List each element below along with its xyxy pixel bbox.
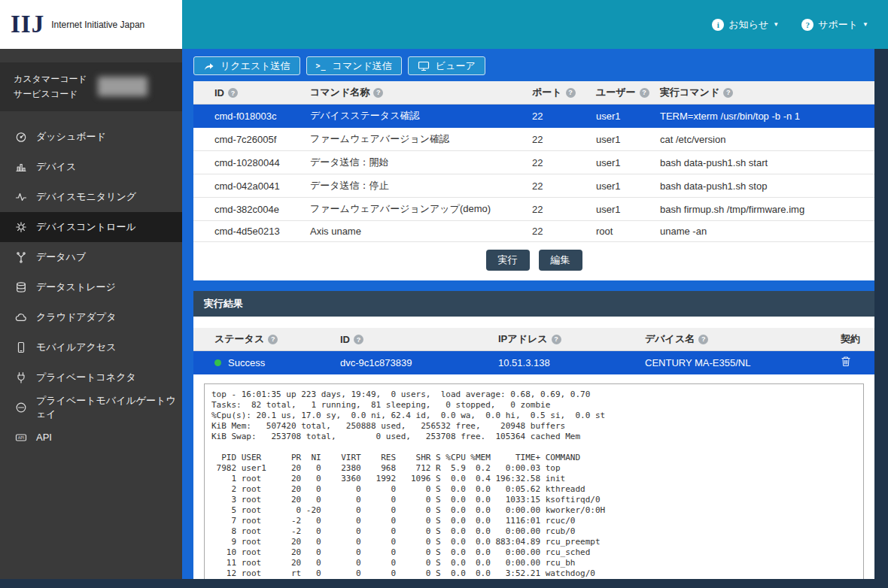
help-icon[interactable]: ? xyxy=(552,335,561,344)
chevron-down-icon: ▼ xyxy=(862,22,868,28)
data-hub-icon xyxy=(15,251,27,263)
private-mobile-gateway-icon xyxy=(15,402,27,414)
command-actions: 実行 編集 xyxy=(193,242,874,280)
sidebar-item-mobile-access[interactable]: モバイルアクセス xyxy=(0,332,182,362)
cell-id: cmd-f018003c xyxy=(193,105,303,128)
page-frame-bottom xyxy=(0,579,888,588)
help-icon[interactable]: ? xyxy=(566,88,576,98)
sidebar-item-label: データハブ xyxy=(36,250,86,264)
support-menu[interactable]: ? サポート ▼ xyxy=(801,18,868,32)
sidebar-item-dashboard[interactable]: ダッシュボード xyxy=(0,122,182,152)
cell-port: 22 xyxy=(525,198,588,221)
result-section-header: 実行結果 xyxy=(193,291,874,317)
cell-exec-command: cat /etc/version xyxy=(652,128,874,151)
cell-user: user1 xyxy=(588,198,652,221)
result-panel: ステータス? ID? IPアドレス? デバイス名? 契約 Success dvc… xyxy=(193,317,874,579)
cell-user: user1 xyxy=(588,151,652,174)
send-request-icon xyxy=(203,61,214,71)
command-table-header-row: ID? コマンド名称? ポート? ユーザー? 実行コマンド? xyxy=(193,81,874,105)
iij-logo[interactable]: IIJ Internet Initiative Japan xyxy=(0,0,182,49)
iij-logo-mark: IIJ xyxy=(11,12,44,37)
help-icon[interactable]: ? xyxy=(723,88,733,98)
device-monitoring-icon xyxy=(15,191,27,203)
column-header-status: ステータス? xyxy=(193,328,333,351)
help-icon[interactable]: ? xyxy=(640,88,649,98)
command-row[interactable]: cmd-7c26005f ファームウェアバージョン確認 22 user1 cat… xyxy=(193,128,874,151)
column-header-device-id: ID? xyxy=(333,328,491,351)
command-row[interactable]: cmd-382c004e ファームウェアバージョンアップ(demo) 22 us… xyxy=(193,198,874,221)
command-row[interactable]: cmd-042a0041 データ送信：停止 22 user1 bash data… xyxy=(193,174,874,198)
status-text: Success xyxy=(228,357,265,368)
trash-icon[interactable] xyxy=(841,358,851,369)
result-row[interactable]: Success dvc-9c1c873839 10.51.3.138 CENTU… xyxy=(193,351,874,374)
cell-port: 22 xyxy=(525,105,588,128)
execute-button[interactable]: 実行 xyxy=(486,250,530,271)
column-header-port: ポート? xyxy=(525,81,588,105)
cell-command-name: Axis uname xyxy=(303,221,525,242)
column-label: ユーザー xyxy=(596,86,636,98)
info-icon: i xyxy=(712,19,724,31)
command-send-button[interactable]: >_ コマンド送信 xyxy=(306,56,402,75)
cell-exec-command: bash data-push1.sh stop xyxy=(652,174,874,198)
sidebar-item-label: デバイス xyxy=(36,160,76,174)
iij-logo-subtitle: Internet Initiative Japan xyxy=(51,20,144,30)
help-icon[interactable]: ? xyxy=(373,88,383,98)
sidebar-item-label: デバイスモニタリング xyxy=(36,190,136,204)
sidebar-item-private-connector[interactable]: プライベートコネクタ xyxy=(0,362,182,393)
sidebar-item-data-hub[interactable]: データハブ xyxy=(0,242,182,272)
customer-code-box: カスタマーコード サービスコード xyxy=(0,62,182,111)
viewer-button[interactable]: ビューア xyxy=(408,56,485,75)
sidebar-item-device-control[interactable]: デバイスコントロール xyxy=(0,212,182,242)
mobile-access-icon xyxy=(15,341,27,353)
help-icon[interactable]: ? xyxy=(228,88,238,98)
cell-exec-command: uname -an xyxy=(652,221,874,242)
sidebar-item-label: クラウドアダプタ xyxy=(36,311,116,324)
api-icon: API xyxy=(15,432,27,444)
command-row[interactable]: cmd-f018003c デバイスステータス確認 22 user1 TERM=x… xyxy=(193,105,874,128)
column-header-id: ID? xyxy=(193,81,303,105)
column-label: ID xyxy=(214,87,224,99)
column-label: 実行コマンド xyxy=(660,86,719,98)
command-row[interactable]: cmd-10280044 データ送信：開始 22 user1 bash data… xyxy=(193,151,874,174)
sidebar-item-devices[interactable]: デバイス xyxy=(0,152,182,182)
cell-ip-address: 10.51.3.138 xyxy=(491,351,637,374)
terminal-output[interactable]: top - 16:01:35 up 223 days, 19:49, 0 use… xyxy=(204,383,864,579)
sidebar-item-data-storage[interactable]: データストレージ xyxy=(0,272,182,302)
data-storage-icon xyxy=(15,281,27,293)
sidebar-item-label: デバイスコントロール xyxy=(36,220,136,234)
sidebar-item-label: データストレージ xyxy=(36,280,116,294)
help-icon[interactable]: ? xyxy=(354,335,363,344)
column-label: コマンド名称 xyxy=(310,86,369,98)
sidebar-item-private-mobile-gateway[interactable]: プライベートモバイルゲートウェイ xyxy=(0,393,182,423)
sidebar-item-api[interactable]: API API xyxy=(0,423,182,453)
help-icon[interactable]: ? xyxy=(698,335,708,344)
column-header-contract: 契約 xyxy=(833,328,874,351)
page-frame-right xyxy=(874,49,888,588)
help-icon[interactable]: ? xyxy=(268,335,278,344)
notice-menu[interactable]: i お知らせ ▼ xyxy=(712,18,779,32)
cell-user: user1 xyxy=(588,174,652,198)
cell-id: cmd-042a0041 xyxy=(193,174,303,198)
dashboard-icon xyxy=(15,131,27,143)
column-label: IPアドレス xyxy=(498,333,548,344)
request-send-button[interactable]: リクエスト送信 xyxy=(193,56,300,75)
top-bar: IIJ Internet Initiative Japan i お知らせ ▼ ?… xyxy=(0,0,888,49)
cell-command-name: データ送信：開始 xyxy=(303,151,525,174)
cell-port: 22 xyxy=(525,174,588,198)
notice-menu-label: お知らせ xyxy=(728,18,768,32)
sidebar-item-cloud-adapter[interactable]: クラウドアダプタ xyxy=(0,302,182,332)
action-toolbar: リクエスト送信 >_ コマンド送信 ビューア xyxy=(193,56,874,75)
monitor-icon xyxy=(418,60,430,71)
request-send-label: リクエスト送信 xyxy=(220,59,290,73)
terminal-icon: >_ xyxy=(316,62,327,70)
cell-user: user1 xyxy=(588,105,652,128)
command-row[interactable]: cmd-4d5e0213 Axis uname 22 root uname -a… xyxy=(193,221,874,242)
column-label: ID xyxy=(340,334,350,345)
cell-command-name: デバイスステータス確認 xyxy=(303,105,525,128)
sidebar-item-device-monitoring[interactable]: デバイスモニタリング xyxy=(0,182,182,212)
sidebar-item-label: ダッシュボード xyxy=(36,130,106,144)
column-label: 契約 xyxy=(841,333,860,344)
main-content: リクエスト送信 >_ コマンド送信 ビューア ID? コマンド名称? ポート? xyxy=(182,49,874,579)
topbar-right: i お知らせ ▼ ? サポート ▼ xyxy=(712,0,888,49)
edit-button[interactable]: 編集 xyxy=(539,250,582,271)
